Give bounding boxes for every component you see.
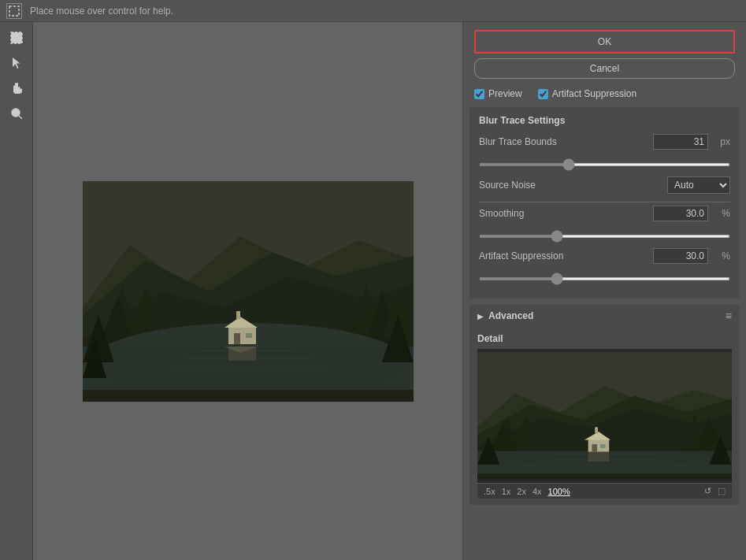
help-text: Place mouse over control for help. xyxy=(30,6,173,17)
canvas-area xyxy=(33,22,462,560)
zoom-1x-button[interactable]: 1x xyxy=(502,487,511,496)
artifact-suppression-row: Artifact Suppression % xyxy=(479,248,730,264)
zoom-expand-icon[interactable]: ⬚ xyxy=(718,486,726,496)
zoom-point5x-button[interactable]: .5x xyxy=(484,487,495,496)
blur-trace-bounds-slider[interactable] xyxy=(479,163,730,166)
left-toolbar xyxy=(0,22,33,560)
status-bar: Place mouse over control for help. xyxy=(0,0,746,22)
artifact-suppression-slider-row[interactable] xyxy=(479,272,730,283)
detail-preview-image xyxy=(477,349,732,483)
separator-1 xyxy=(479,202,730,202)
blur-trace-bounds-unit: px xyxy=(711,136,730,147)
advanced-section: ▶ Advanced ≡ Detail xyxy=(469,305,740,505)
marquee-tool-button[interactable] xyxy=(6,27,28,49)
source-noise-select[interactable]: Auto Low Medium High xyxy=(667,176,730,194)
artifact-suppression-slider[interactable] xyxy=(479,277,730,280)
marquee-tool-icon xyxy=(6,3,22,19)
svg-point-2 xyxy=(12,109,20,117)
blur-trace-bounds-slider-row[interactable] xyxy=(479,158,730,169)
zoom-bar: .5x 1x 2x 4x 100% ↺ ⬚ xyxy=(477,483,732,499)
advanced-menu-icon[interactable]: ≡ xyxy=(726,310,732,322)
svg-line-3 xyxy=(19,116,22,119)
artifact-suppression-input[interactable] xyxy=(653,248,708,264)
svg-rect-54 xyxy=(477,352,732,480)
blur-trace-bounds-label: Blur Trace Bounds xyxy=(479,136,653,147)
preview-label: Preview xyxy=(488,88,522,99)
svg-rect-1 xyxy=(11,32,22,43)
artifact-suppression-checkbox[interactable] xyxy=(538,89,548,99)
zoom-2x-button[interactable]: 2x xyxy=(517,487,526,496)
main-layout: OK Cancel Preview Artifact Suppression B… xyxy=(0,22,746,560)
main-preview-image xyxy=(83,181,414,402)
ok-button[interactable]: OK xyxy=(474,30,735,54)
zoom-rotate-icon[interactable]: ↺ xyxy=(704,486,711,496)
blur-trace-bounds-input[interactable] xyxy=(653,134,708,150)
right-panel: OK Cancel Preview Artifact Suppression B… xyxy=(462,22,746,560)
detail-title: Detail xyxy=(477,333,732,344)
smoothing-row: Smoothing % xyxy=(479,206,730,221)
smoothing-input[interactable] xyxy=(653,206,708,221)
source-noise-label: Source Noise xyxy=(479,180,667,191)
smoothing-slider[interactable] xyxy=(479,235,730,238)
preview-checkbox[interactable] xyxy=(474,89,484,99)
buttons-area: OK Cancel xyxy=(463,22,746,83)
blur-trace-settings-title: Blur Trace Settings xyxy=(479,115,730,126)
svg-rect-30 xyxy=(83,181,414,402)
cancel-button[interactable]: Cancel xyxy=(474,58,735,79)
detail-section: Detail xyxy=(469,327,740,505)
source-noise-row: Source Noise Auto Low Medium High xyxy=(479,176,730,194)
blur-trace-bounds-row: Blur Trace Bounds px xyxy=(479,134,730,150)
zoom-tool-button[interactable] xyxy=(6,102,28,124)
advanced-header[interactable]: ▶ Advanced ≡ xyxy=(469,305,740,327)
advanced-header-left: ▶ Advanced xyxy=(477,310,533,321)
checkboxes-row: Preview Artifact Suppression xyxy=(463,83,746,104)
preview-checkbox-item[interactable]: Preview xyxy=(474,88,522,99)
smoothing-unit: % xyxy=(711,208,730,219)
hand-tool-button[interactable] xyxy=(6,77,28,99)
advanced-triangle-icon: ▶ xyxy=(477,312,484,321)
artifact-suppression-unit: % xyxy=(711,250,730,261)
zoom-100pct-button[interactable]: 100% xyxy=(548,487,570,496)
blur-trace-settings-panel: Blur Trace Settings Blur Trace Bounds px… xyxy=(469,107,740,299)
artifact-suppression-form-label: Artifact Suppression xyxy=(479,250,653,261)
zoom-4x-button[interactable]: 4x xyxy=(533,487,542,496)
artifact-suppression-checkbox-item[interactable]: Artifact Suppression xyxy=(538,88,637,99)
smoothing-label: Smoothing xyxy=(479,208,653,219)
smoothing-slider-row[interactable] xyxy=(479,229,730,240)
svg-rect-0 xyxy=(9,6,19,16)
advanced-title: Advanced xyxy=(488,310,533,321)
artifact-suppression-label: Artifact Suppression xyxy=(552,88,637,99)
select-tool-button[interactable] xyxy=(6,52,28,74)
